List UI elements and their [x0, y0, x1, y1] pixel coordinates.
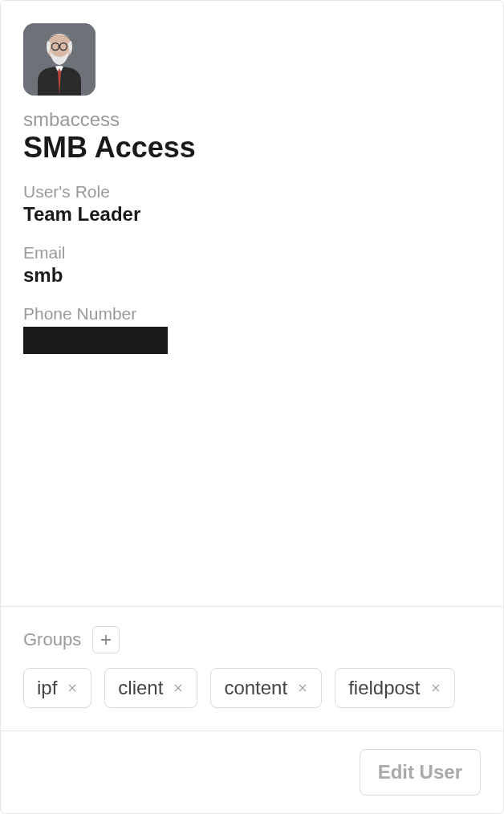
email-value: smb — [23, 264, 481, 287]
group-tags-container: ipfclientcontentfieldpost — [23, 668, 481, 708]
group-tag-label: client — [118, 677, 163, 699]
phone-field: Phone Number — [23, 304, 481, 354]
phone-value-redacted — [23, 327, 168, 354]
phone-label: Phone Number — [23, 304, 481, 324]
close-icon — [173, 682, 184, 694]
email-field: Email smb — [23, 243, 481, 287]
avatar — [23, 23, 96, 96]
remove-group-button[interactable] — [297, 682, 308, 694]
edit-user-button[interactable]: Edit User — [360, 749, 481, 796]
groups-section: Groups ipfclientcontentfieldpost — [1, 606, 503, 731]
plus-icon — [99, 633, 113, 647]
remove-group-button[interactable] — [67, 682, 78, 694]
groups-label: Groups — [23, 629, 81, 650]
display-name-text: SMB Access — [23, 131, 481, 165]
group-tag-label: ipf — [37, 677, 57, 699]
close-icon — [67, 682, 78, 694]
close-icon — [430, 682, 441, 694]
user-profile-card: smbaccess SMB Access User's Role Team Le… — [0, 0, 504, 814]
role-value: Team Leader — [23, 203, 481, 226]
role-label: User's Role — [23, 182, 481, 201]
add-group-button[interactable] — [92, 626, 120, 653]
remove-group-button[interactable] — [173, 682, 184, 694]
group-tag-label: content — [224, 677, 287, 699]
profile-section: smbaccess SMB Access User's Role Team Le… — [1, 1, 503, 606]
close-icon — [297, 682, 308, 694]
groups-header: Groups — [23, 626, 481, 653]
group-tag: client — [104, 668, 197, 708]
avatar-image-icon — [23, 23, 96, 96]
remove-group-button[interactable] — [430, 682, 441, 694]
username-text: smbaccess — [23, 108, 481, 131]
role-field: User's Role Team Leader — [23, 182, 481, 226]
group-tag: ipf — [23, 668, 91, 708]
card-footer: Edit User — [1, 731, 503, 813]
email-label: Email — [23, 243, 481, 263]
group-tag: content — [210, 668, 322, 708]
group-tag: fieldpost — [335, 668, 454, 708]
group-tag-label: fieldpost — [348, 677, 420, 699]
